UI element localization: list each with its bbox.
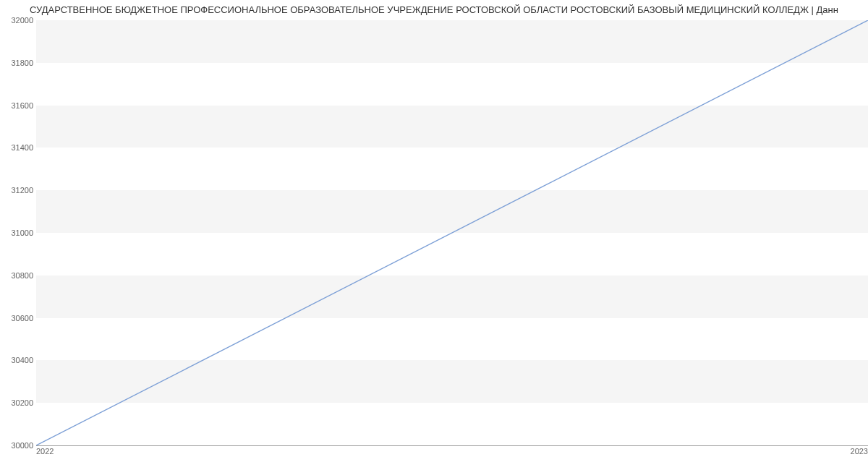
y-tick-label: 31600 [1,101,33,110]
y-tick-label: 30600 [1,314,33,322]
y-tick-label: 31000 [1,228,33,237]
y-tick-label: 30800 [1,271,33,280]
data-line [36,20,868,445]
x-tick-label: 2022 [36,447,54,456]
y-tick-label: 32000 [1,16,33,25]
y-tick-label: 30200 [1,398,33,407]
y-tick-label: 30000 [1,441,33,450]
x-tick-label: 2023 [851,447,868,456]
plot-area: 32000 31800 31600 31400 31200 31000 3080… [36,20,868,446]
y-tick-label: 30400 [1,356,33,364]
y-tick-label: 31200 [1,186,33,195]
y-tick-label: 31400 [1,143,33,152]
y-tick-label: 31800 [1,59,33,67]
chart-title: СУДАРСТВЕННОЕ БЮДЖЕТНОЕ ПРОФЕССИОНАЛЬНОЕ… [0,4,868,15]
chart-container: СУДАРСТВЕННОЕ БЮДЖЕТНОЕ ПРОФЕССИОНАЛЬНОЕ… [0,0,868,470]
